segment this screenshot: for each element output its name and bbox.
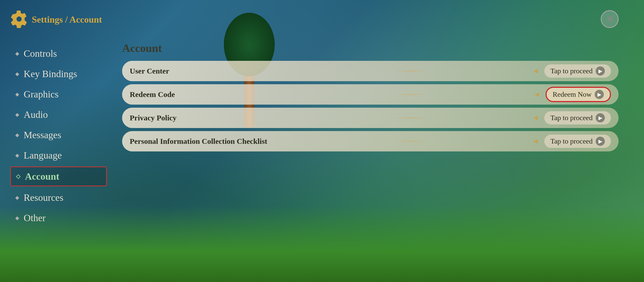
- user-center-action[interactable]: Tap to proceed ▶: [544, 64, 611, 78]
- arrow-left-icon: ◄: [533, 90, 540, 98]
- sidebar-item-language[interactable]: ◆ Language: [10, 146, 107, 164]
- sidebar-item-key-bindings[interactable]: ◆ Key Bindings: [10, 65, 107, 83]
- gear-icon: [10, 10, 28, 29]
- privacy-policy-label: Privacy Policy: [130, 114, 532, 122]
- arrow-decoration: ◄: [532, 114, 539, 122]
- sidebar-item-label: Messages: [24, 129, 61, 140]
- diamond-icon: ◆: [15, 50, 19, 57]
- sidebar-item-label: Graphics: [24, 89, 58, 100]
- sidebar-item-label: Language: [24, 150, 62, 161]
- redeem-code-row[interactable]: Redeem Code ◄ Redeem Now ▶: [122, 84, 619, 105]
- sidebar-item-label: Controls: [24, 48, 57, 59]
- sidebar-item-resources[interactable]: ◆ Resources: [10, 188, 107, 207]
- arrow-decoration: ◄: [532, 137, 539, 145]
- sidebar-item-messages[interactable]: ◆ Messages: [10, 126, 107, 144]
- sidebar-item-account[interactable]: ◇ Account: [10, 166, 107, 186]
- privacy-policy-row[interactable]: Privacy Policy ◄ Tap to proceed ▶: [122, 108, 619, 128]
- user-center-label: User Center: [130, 67, 532, 75]
- proceed-icon: ▶: [596, 113, 605, 122]
- arrow-left-icon: ◄: [532, 114, 539, 122]
- personal-info-action[interactable]: Tap to proceed ▶: [544, 135, 611, 148]
- diamond-icon: ◆: [15, 111, 19, 118]
- personal-info-row[interactable]: Personal Information Collection Checklis…: [122, 131, 619, 151]
- arrow-left-icon: ◄: [532, 137, 539, 145]
- diamond-icon: ◆: [15, 152, 19, 158]
- privacy-policy-action-label: Tap to proceed: [550, 114, 593, 122]
- sidebar: ◆ Controls ◆ Key Bindings ◆ Graphics ◆ A…: [10, 39, 107, 275]
- personal-info-action-label: Tap to proceed: [550, 137, 593, 145]
- diamond-icon: ◆: [15, 215, 19, 221]
- arrow-left-icon: ◄: [532, 67, 539, 75]
- close-icon: ✕: [606, 14, 613, 24]
- redeem-code-label: Redeem Code: [130, 90, 533, 99]
- arrow-decoration: ◄: [533, 90, 540, 98]
- sidebar-item-audio[interactable]: ◆ Audio: [10, 105, 107, 124]
- proceed-icon: ▶: [595, 90, 604, 99]
- proceed-icon: ▶: [596, 66, 605, 76]
- sidebar-item-label: Account: [25, 171, 59, 182]
- user-center-row[interactable]: User Center ◄ Tap to proceed ▶: [122, 61, 619, 81]
- redeem-code-action[interactable]: Redeem Now ▶: [546, 87, 611, 102]
- diamond-icon: ◆: [15, 194, 19, 201]
- sidebar-item-other[interactable]: ◆ Other: [10, 209, 107, 227]
- redeem-code-action-label: Redeem Now: [553, 90, 592, 98]
- sidebar-item-controls[interactable]: ◆ Controls: [10, 44, 107, 63]
- personal-info-label: Personal Information Collection Checklis…: [130, 137, 532, 146]
- arrow-decoration: ◄: [532, 67, 539, 75]
- section-title: Account: [122, 42, 619, 55]
- diamond-icon: ◆: [15, 71, 19, 77]
- proceed-icon: ▶: [596, 137, 605, 146]
- sidebar-item-label: Resources: [24, 192, 63, 203]
- settings-panel: Settings / Account ✕ ◆ Controls ◆ Key Bi…: [10, 10, 619, 272]
- diamond-active-icon: ◇: [16, 173, 20, 180]
- sidebar-item-label: Audio: [24, 109, 48, 120]
- sidebar-item-graphics[interactable]: ◆ Graphics: [10, 85, 107, 103]
- diamond-icon: ◆: [15, 132, 19, 138]
- sidebar-item-label: Key Bindings: [24, 68, 77, 79]
- header: Settings / Account: [10, 10, 619, 29]
- main-content: Account User Center ◄ Tap to proceed ▶ R…: [122, 39, 619, 275]
- close-button[interactable]: ✕: [601, 10, 619, 28]
- sidebar-item-label: Other: [24, 212, 46, 223]
- content-area: ◆ Controls ◆ Key Bindings ◆ Graphics ◆ A…: [10, 39, 619, 275]
- diamond-icon: ◆: [15, 91, 19, 97]
- settings-list: User Center ◄ Tap to proceed ▶ Redeem Co…: [122, 61, 619, 151]
- breadcrumb: Settings / Account: [32, 14, 102, 25]
- user-center-action-label: Tap to proceed: [550, 67, 593, 75]
- privacy-policy-action[interactable]: Tap to proceed ▶: [544, 111, 611, 124]
